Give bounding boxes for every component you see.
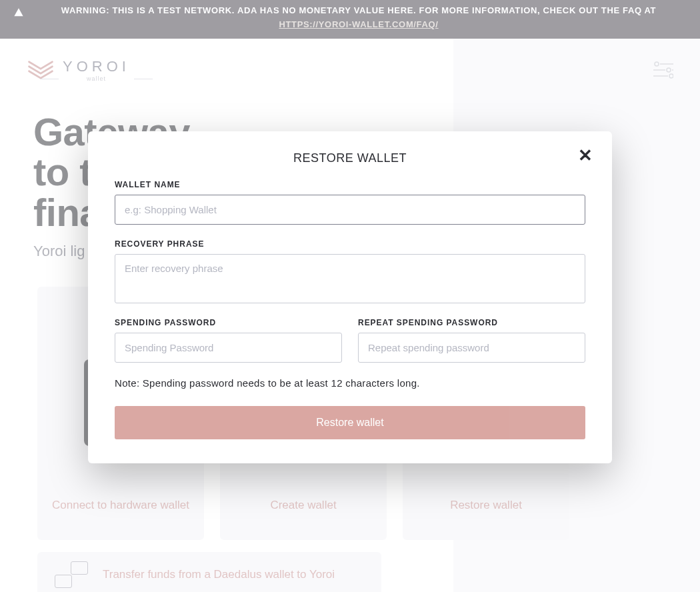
restore-wallet-button[interactable]: Restore wallet [115, 406, 585, 439]
restore-wallet-modal: RESTORE WALLET ✕ WALLET NAME RECOVERY PH… [88, 131, 612, 463]
modal-overlay: RESTORE WALLET ✕ WALLET NAME RECOVERY PH… [0, 0, 700, 592]
close-button[interactable]: ✕ [576, 146, 595, 165]
spending-password-label: SPENDING PASSWORD [115, 318, 342, 327]
wallet-name-label: WALLET NAME [115, 180, 585, 189]
repeat-password-label: REPEAT SPENDING PASSWORD [358, 318, 585, 327]
repeat-password-input[interactable] [358, 333, 585, 363]
spending-password-input[interactable] [115, 333, 342, 363]
modal-title: RESTORE WALLET [115, 151, 585, 165]
close-icon: ✕ [578, 147, 593, 164]
recovery-phrase-label: RECOVERY PHRASE [115, 239, 585, 249]
password-note: Note: Spending password needs to be at l… [115, 377, 585, 389]
wallet-name-input[interactable] [115, 195, 585, 225]
recovery-phrase-input[interactable]: Enter recovery phrase [115, 254, 585, 303]
